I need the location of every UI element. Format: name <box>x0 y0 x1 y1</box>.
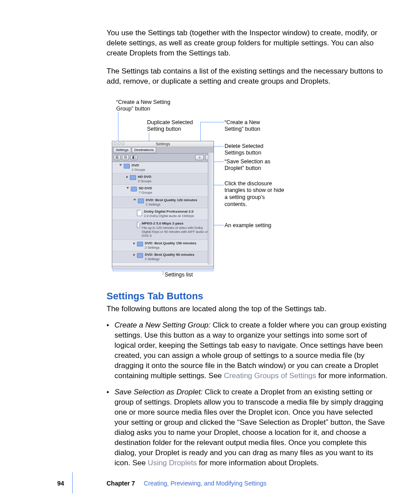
chapter-label: Chapter 7 <box>107 480 135 487</box>
list-row-setting[interactable]: Dolby Digital Professional 2.02.0 Dolby … <box>112 208 214 220</box>
folder-icon <box>131 187 137 191</box>
bullet-item-save-droplet: Save Selection as Droplet: Click to crea… <box>107 387 388 468</box>
link-using-droplets[interactable]: Using Droplets <box>148 459 197 467</box>
bullet-body: Click to create a Droplet from an existi… <box>114 388 385 467</box>
window-footer <box>112 266 214 270</box>
list-row-group[interactable]: DVD2 Groups <box>112 162 214 173</box>
list-row-group[interactable]: HD DVD3 Groups <box>112 173 214 185</box>
window-titlebar: Settings <box>112 141 214 147</box>
callout-duplicate: Duplicate Selected Setting button <box>147 119 200 133</box>
settings-tab-figure: “Create a New Setting Group” button Dupl… <box>112 95 385 277</box>
disclosure-triangle-icon[interactable] <box>133 254 135 256</box>
setting-file-icon <box>137 222 140 228</box>
window-tabs: Settings Destinations <box>112 147 214 154</box>
bullet-list: Create a New Setting Group: Click to cre… <box>107 320 388 468</box>
list-row-group[interactable]: DVD: Best Quality 150 minutes2 Settings <box>112 240 214 251</box>
page: You use the Settings tab (together with … <box>0 0 420 504</box>
folder-icon <box>138 199 144 203</box>
section-intro: The following buttons are located along … <box>107 304 388 314</box>
page-footer: 94 Chapter 7Creating, Previewing, and Mo… <box>0 480 420 489</box>
callout-delete: Delete Selected Settings button <box>225 143 273 157</box>
settings-list: DVD2 Groups HD DVD3 Groups SD DVD7 Group… <box>112 162 214 266</box>
disclosure-triangle-icon[interactable] <box>119 164 122 166</box>
window-toolbar: ⊞ ⧉ ◧ ＋ － <box>112 154 214 162</box>
bullet-term: Save Selection as Droplet: <box>114 388 205 396</box>
chapter-title: Creating, Previewing, and Modifying Sett… <box>144 480 267 487</box>
disclosure-triangle-icon[interactable] <box>133 242 135 245</box>
new-setting-button[interactable]: ＋ <box>195 155 204 160</box>
tab-settings[interactable]: Settings <box>113 147 131 153</box>
callout-disclosure: Click the disclosure triangles to show o… <box>225 180 286 208</box>
scrollbar[interactable] <box>208 153 214 265</box>
folder-icon <box>137 242 143 246</box>
footer-chapter: Chapter 7Creating, Previewing, and Modif… <box>107 479 266 488</box>
duplicate-button[interactable]: ⧉ <box>122 155 129 160</box>
bullet-body-tail: for more information. <box>316 372 387 380</box>
link-creating-groups[interactable]: Creating Groups of Settings <box>224 372 317 380</box>
folder-icon <box>130 175 136 180</box>
list-row-setting[interactable]: MPEG-2 5.0 Mbps 2-passFits up to 120 min… <box>112 220 214 240</box>
callout-settings-list: Settings list <box>165 272 193 279</box>
settings-window: Settings Settings Destinations ⊞ ⧉ ◧ ＋ － <box>112 141 214 269</box>
traffic-lights[interactable] <box>114 142 125 145</box>
intro-paragraph-1: You use the Settings tab (together with … <box>107 28 388 59</box>
leader-line <box>163 271 163 275</box>
disclosure-triangle-icon[interactable] <box>133 199 136 201</box>
callout-new-setting: “Create a New Setting” button <box>225 119 273 133</box>
tab-destinations[interactable]: Destinations <box>132 147 156 153</box>
window-title: Settings <box>156 142 170 146</box>
intro-paragraph-2: The Settings tab contains a list of the … <box>107 66 388 87</box>
disclosure-triangle-icon[interactable] <box>126 176 128 178</box>
body-column: You use the Settings tab (together with … <box>107 28 388 468</box>
bullet-body: Click to create a folder where you can g… <box>114 321 387 380</box>
bullet-item-new-group: Create a New Setting Group: Click to cre… <box>107 320 388 381</box>
callout-save-droplet: “Save Selection as Droplet” button <box>225 158 282 172</box>
page-number: 94 <box>57 479 64 488</box>
list-row-group[interactable]: DVD: Best Quality 120 minutes2 Settings <box>112 197 214 208</box>
leader-line <box>200 122 224 122</box>
folder-icon <box>137 253 143 258</box>
bullet-body-tail: for more information about Droplets. <box>197 459 319 467</box>
list-row-group[interactable]: SD DVD7 Groups <box>112 185 214 196</box>
bullet-term: Create a New Setting Group: <box>114 321 213 329</box>
callout-example: An example setting <box>225 222 282 229</box>
section-heading: Settings Tab Buttons <box>107 290 388 303</box>
list-row-group[interactable]: DVD: Best Quality 90 minutes2 Settings <box>112 251 214 263</box>
footer-divider <box>72 472 73 493</box>
callout-new-group: “Create a New Setting Group” button <box>116 99 173 113</box>
new-group-button[interactable]: ⊞ <box>114 155 121 160</box>
disclosure-triangle-icon[interactable] <box>126 187 129 189</box>
folder-icon <box>124 164 130 169</box>
save-droplet-button[interactable]: ◧ <box>130 155 137 160</box>
setting-file-icon <box>137 210 142 216</box>
